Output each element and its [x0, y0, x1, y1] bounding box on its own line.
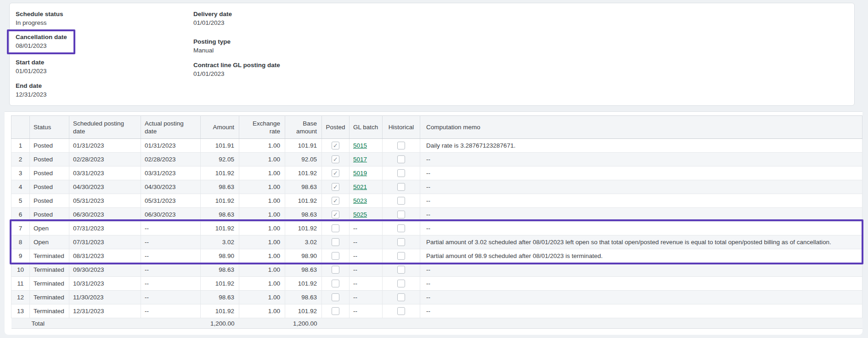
table-row: 3Posted03/31/202303/31/2023101.921.00101…: [11, 166, 862, 180]
amount-cell: 98.63: [201, 208, 239, 222]
base_amount-cell: 3.02: [285, 235, 322, 249]
total-base-amount: 1,200.00: [285, 318, 322, 329]
actual-cell: --: [141, 291, 201, 304]
gl-batch-link[interactable]: 5017: [353, 156, 367, 163]
exchange_rate-cell: 1.00: [239, 249, 285, 263]
row-number-cell: 7: [11, 222, 30, 235]
posted-checkbox[interactable]: [332, 238, 339, 246]
gl-batch-link[interactable]: 5025: [353, 211, 367, 218]
historical-checkbox[interactable]: [397, 307, 405, 315]
field-schedule-status: Schedule status In progress: [16, 11, 75, 27]
posted-checkbox-checked[interactable]: ✓: [332, 197, 339, 205]
row-number-cell: 12: [11, 291, 30, 304]
field-value: 01/01/2023: [193, 19, 280, 27]
amount-cell: 101.92: [201, 222, 239, 235]
gl-batch-link[interactable]: 5019: [353, 170, 367, 177]
posted-checkbox-checked[interactable]: ✓: [332, 142, 339, 149]
posted-checkbox[interactable]: [332, 224, 339, 232]
scheduled-cell: 07/31/2023: [69, 235, 141, 249]
actual-cell: 03/31/2023: [141, 166, 201, 180]
historical-checkbox[interactable]: [397, 224, 405, 232]
posted-checkbox[interactable]: [332, 266, 339, 274]
status-cell: Terminated: [30, 304, 69, 318]
exchange_rate-cell: 1.00: [239, 235, 285, 249]
gl-batch-cell: 5017: [349, 153, 383, 166]
table-row: 12Terminated11/30/2023--98.631.0098.63--…: [11, 291, 862, 304]
computation-memo-cell: Partial amount of 3.02 scheduled after 0…: [420, 235, 862, 249]
actual-cell: --: [141, 263, 201, 277]
posted-checkbox[interactable]: [332, 280, 339, 287]
table-row: 8Open07/31/2023--3.021.003.02--Partial a…: [11, 235, 862, 249]
posted-cell: [322, 222, 349, 235]
gl-batch-link[interactable]: 5015: [353, 142, 367, 149]
gl-batch-cell: --: [349, 277, 383, 291]
schedule-details-card: Schedule status In progress Cancellation…: [9, 3, 855, 106]
historical-checkbox[interactable]: [397, 197, 405, 205]
historical-checkbox[interactable]: [397, 280, 405, 287]
total-row: Total1,200.001,200.00: [11, 318, 862, 329]
actual-cell: 05/31/2023: [141, 194, 201, 208]
historical-checkbox[interactable]: [397, 169, 405, 177]
posting-schedule-table-card: StatusScheduled posting dateActual posti…: [5, 111, 862, 335]
posted-checkbox-checked[interactable]: ✓: [332, 169, 339, 177]
amount-cell: 3.02: [201, 235, 239, 249]
historical-checkbox[interactable]: [397, 211, 405, 218]
posting-schedule-table: StatusScheduled posting dateActual posti…: [11, 115, 862, 329]
base_amount-cell: 98.63: [285, 208, 322, 222]
amount-cell: 101.92: [201, 304, 239, 318]
exchange_rate-cell: 1.00: [239, 208, 285, 222]
gl-batch-cell: 5015: [349, 139, 383, 153]
status-cell: Posted: [30, 153, 69, 166]
historical-checkbox[interactable]: [397, 142, 405, 149]
field-label: Cancellation date: [16, 34, 67, 41]
posted-checkbox[interactable]: [332, 293, 339, 301]
base_amount-cell: 98.63: [285, 180, 322, 194]
col-header-actual-posting-date: Actual posting date: [141, 116, 201, 139]
posted-cell: ✓: [322, 139, 349, 153]
amount-cell: 101.91: [201, 139, 239, 153]
computation-memo-cell: --: [420, 180, 862, 194]
posted-checkbox-checked[interactable]: ✓: [332, 211, 339, 218]
base_amount-cell: 101.92: [285, 222, 322, 235]
posted-checkbox-checked[interactable]: ✓: [332, 183, 339, 191]
total-blank-cell: [322, 318, 862, 329]
status-cell: Terminated: [30, 277, 69, 291]
total-label: Total: [11, 318, 69, 329]
row-number-cell: 9: [11, 249, 30, 263]
posted-checkbox[interactable]: [332, 307, 339, 315]
table-header: StatusScheduled posting dateActual posti…: [11, 116, 862, 139]
row-number-cell: 10: [11, 263, 30, 277]
exchange_rate-cell: 1.00: [239, 139, 285, 153]
historical-cell: [383, 291, 420, 304]
scheduled-cell: 04/30/2023: [69, 180, 141, 194]
historical-checkbox[interactable]: [397, 252, 405, 260]
field-cancellation-date: Cancellation date 08/01/2023: [16, 34, 67, 50]
row-number-cell: 4: [11, 180, 30, 194]
historical-checkbox[interactable]: [397, 155, 405, 163]
historical-checkbox[interactable]: [397, 238, 405, 246]
actual-cell: 01/31/2023: [141, 139, 201, 153]
row-number-cell: 11: [11, 277, 30, 291]
row-number-cell: 5: [11, 194, 30, 208]
base_amount-cell: 101.92: [285, 277, 322, 291]
computation-memo-cell: --: [420, 263, 862, 277]
gl-batch-link[interactable]: 5023: [353, 197, 367, 204]
historical-checkbox[interactable]: [397, 266, 405, 274]
amount-cell: 101.92: [201, 166, 239, 180]
posted-checkbox[interactable]: [332, 252, 339, 260]
field-delivery-date: Delivery date 01/01/2023: [193, 11, 280, 27]
posted-checkbox-checked[interactable]: ✓: [332, 155, 339, 163]
scheduled-cell: 09/30/2023: [69, 263, 141, 277]
exchange_rate-cell: 1.00: [239, 277, 285, 291]
historical-checkbox[interactable]: [397, 293, 405, 301]
historical-cell: [383, 194, 420, 208]
historical-checkbox[interactable]: [397, 183, 405, 191]
amount-cell: 98.90: [201, 249, 239, 263]
posted-cell: ✓: [322, 153, 349, 166]
historical-cell: [383, 304, 420, 318]
status-cell: Open: [30, 222, 69, 235]
gl-batch-cell: --: [349, 263, 383, 277]
exchange_rate-cell: 1.00: [239, 291, 285, 304]
gl-batch-link[interactable]: 5021: [353, 183, 367, 190]
field-label: Contract line GL posting date: [193, 62, 280, 69]
